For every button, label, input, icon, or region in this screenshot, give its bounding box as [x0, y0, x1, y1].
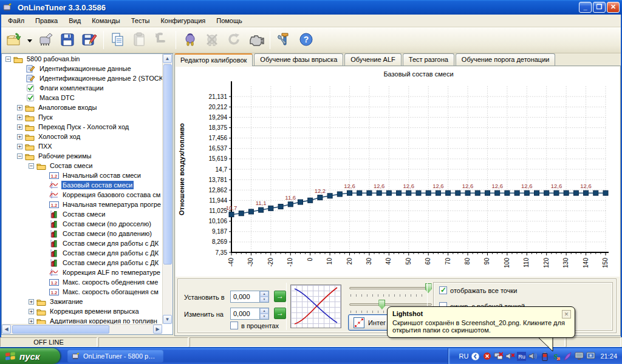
weight-slider-1[interactable]: [349, 283, 432, 294]
expand-icon[interactable]: +: [29, 318, 34, 324]
spin-up-icon[interactable]: ▲: [260, 308, 268, 314]
mixture-chart[interactable]: 7,358,2699,18710,10611,02511,94412,86213…: [176, 67, 620, 277]
tree-item[interactable]: +Аналоговые входы: [2, 103, 162, 112]
minimize-button[interactable]: _: [579, 2, 592, 13]
horizontal-scroll-thumb[interactable]: [12, 325, 109, 334]
apply-set-button[interactable]: →: [274, 291, 286, 302]
percent-checkbox-row[interactable]: в процентах: [230, 322, 279, 329]
expand-icon[interactable]: +: [17, 105, 22, 110]
tree-item[interactable]: −5800 рабочая.bin: [2, 54, 162, 64]
tree-item[interactable]: +Холостой ход: [2, 132, 162, 141]
tree-item[interactable]: Базовый состав смеси: [2, 180, 162, 190]
set-value-spin-buttons[interactable]: ▲▼: [259, 291, 268, 302]
slider-track[interactable]: [349, 303, 432, 306]
dropdown-arrow-button[interactable]: [26, 30, 34, 50]
set-value-input[interactable]: 0,000: [231, 291, 259, 302]
close-button[interactable]: ✕: [607, 2, 620, 13]
tree-item[interactable]: Состав смеси для работы с ДК: [2, 248, 162, 258]
tab-3[interactable]: Обучение ALF: [344, 53, 402, 66]
tree-vertical-scrollbar[interactable]: ▲ ▼: [162, 54, 173, 324]
tree-item[interactable]: 1.2Макс. скорость обогащения см: [2, 287, 162, 297]
spin-down-icon[interactable]: ▼: [260, 297, 268, 302]
tree-item[interactable]: Флаги комплектации: [2, 83, 162, 93]
battery-icon[interactable]: [540, 352, 549, 361]
window-titlebar[interactable]: OnLineTuner 3.3.0.3586 _ ❐ ✕: [0, 0, 622, 15]
tree-item[interactable]: Состав смеси (по дросселю): [2, 219, 162, 229]
tree-item[interactable]: +Переход Пуск - Холостой ход: [2, 122, 162, 132]
tree-horizontal-scrollbar[interactable]: ◀ ▶: [2, 324, 162, 334]
change-value-input[interactable]: 0,000: [231, 308, 259, 319]
collapse-icon[interactable]: −: [5, 56, 11, 62]
tree-item[interactable]: Коррекция базового состава см: [2, 190, 162, 200]
chart-area[interactable]: 7,358,2699,18710,10611,02511,94412,86213…: [176, 67, 620, 277]
expand-icon[interactable]: +: [29, 309, 34, 314]
notification-close-icon[interactable]: ✕: [562, 310, 571, 318]
tree-item[interactable]: −Рабочие режимы: [2, 151, 162, 161]
start-button[interactable]: пуск: [0, 348, 60, 364]
menu-item[interactable]: Помощь: [211, 15, 248, 26]
change-value-spin-buttons[interactable]: ▲▼: [259, 308, 268, 319]
slider-track[interactable]: [349, 287, 432, 289]
offline-status-icon[interactable]: [482, 352, 491, 361]
save-as-button[interactable]: [79, 30, 100, 50]
scroll-left-button[interactable]: ◀: [2, 325, 11, 334]
menu-item[interactable]: Правка: [30, 15, 63, 26]
change-value-spinner[interactable]: 0,000 ▲▼: [230, 308, 269, 320]
set-value-spinner[interactable]: 0,000 ▲▼: [230, 291, 269, 303]
network-disconnected-icon[interactable]: [494, 352, 503, 361]
hide-icons-chevron-icon[interactable]: [471, 352, 480, 361]
vertical-scroll-thumb[interactable]: [163, 64, 172, 265]
tree-item[interactable]: Коррекция ALF по температуре: [2, 268, 162, 277]
scroll-down-button[interactable]: ▼: [163, 315, 172, 324]
language-indicator[interactable]: RU: [459, 352, 469, 360]
save-button[interactable]: [57, 30, 78, 50]
antivirus-icon[interactable]: S26: [552, 352, 561, 361]
scroll-up-button[interactable]: ▲: [163, 54, 172, 63]
tree-item[interactable]: 1.2Начальный состав смеси: [2, 170, 162, 180]
expand-icon[interactable]: +: [29, 299, 34, 305]
menu-item[interactable]: Тесты: [126, 15, 156, 26]
expand-icon[interactable]: +: [17, 124, 22, 130]
engine-button[interactable]: [245, 30, 266, 50]
lightshot-feather-icon[interactable]: [563, 352, 572, 361]
tree-item[interactable]: Состав смеси (по давлению): [2, 229, 162, 238]
audio-disconnected-icon[interactable]: [505, 352, 514, 361]
scroll-right-button[interactable]: ▶: [153, 325, 162, 334]
tab-2[interactable]: Обучение фазы впрыска: [254, 53, 343, 66]
expand-icon[interactable]: +: [17, 134, 22, 140]
apply-change-button[interactable]: →: [274, 308, 286, 319]
tree-item[interactable]: 1.2Начальная температура прогре: [2, 200, 162, 209]
spin-down-icon[interactable]: ▼: [260, 314, 268, 319]
tab-1[interactable]: Редактор калибровок: [174, 53, 253, 66]
tab-4[interactable]: Тест разгона: [403, 53, 454, 66]
slider-thumb[interactable]: [425, 283, 432, 293]
spin-up-icon[interactable]: ▲: [260, 291, 268, 297]
taskbar-app-button[interactable]: OnLineTuner - 5800 р…: [67, 350, 163, 363]
tree-item[interactable]: Идентификационные данные 2 (STOCK:: [2, 73, 162, 83]
tree-item[interactable]: Идентификационные данные: [2, 64, 162, 73]
taskbar-clock[interactable]: 21:24: [600, 352, 617, 360]
read-ecu-button[interactable]: [35, 30, 56, 50]
menu-item[interactable]: Файл: [2, 15, 30, 26]
percent-checkbox[interactable]: [230, 322, 238, 329]
remote-display-icon[interactable]: [586, 352, 595, 361]
lang-ru-icon[interactable]: Ru: [517, 352, 526, 361]
tree-item[interactable]: Состав смеси для работы с ДК: [2, 258, 162, 268]
tree-item[interactable]: −Состав смеси: [2, 161, 162, 170]
show-all-points-checkbox[interactable]: [439, 286, 447, 294]
tree-item[interactable]: 1.2Макс. скорость обеднения сме: [2, 277, 162, 287]
menu-item[interactable]: Команды: [86, 15, 126, 26]
collapse-icon[interactable]: −: [29, 163, 34, 169]
tree-item[interactable]: +Аддитивная коррекция по топливн: [2, 316, 162, 324]
tree-item[interactable]: +ПХХ: [2, 141, 162, 151]
connect-button[interactable]: [180, 30, 200, 50]
tools-button[interactable]: [274, 30, 295, 50]
open-file-button[interactable]: [4, 30, 24, 50]
expand-icon[interactable]: +: [17, 115, 22, 120]
lightshot-notification[interactable]: Lightshot ✕ Скриншот сохранён в Screensh…: [387, 306, 575, 338]
display-icon[interactable]: [575, 352, 584, 361]
tree-item[interactable]: +Зажигание: [2, 297, 162, 306]
show-all-points-row[interactable]: отображать все точки: [439, 286, 517, 294]
tab-5[interactable]: Обучение порога детонации: [456, 53, 556, 66]
tree-item[interactable]: Маска DTC: [2, 93, 162, 103]
